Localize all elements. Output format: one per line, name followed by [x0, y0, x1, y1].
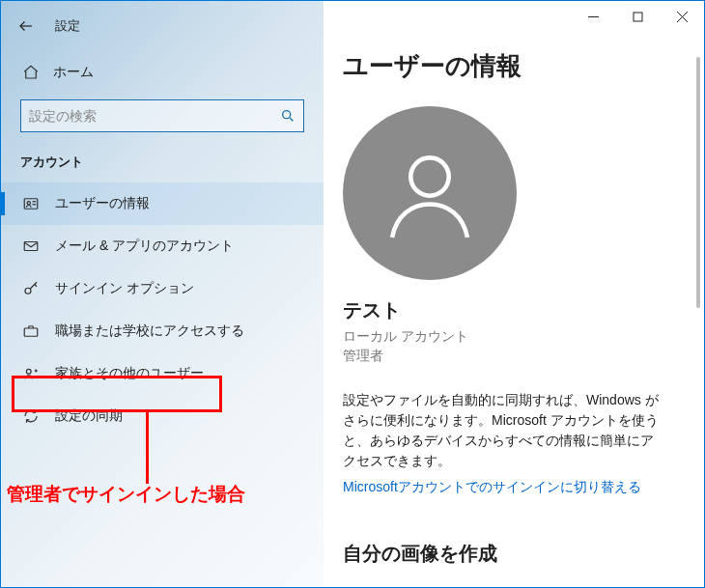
sidebar: 設定 ホーム アカウント [1, 1, 324, 587]
svg-point-12 [26, 369, 31, 374]
main-scroll: ユーザーの情報 テスト ローカル アカウント 管理者 設定やファイルを自動的に同… [324, 1, 694, 587]
topbar: 設定 [1, 7, 324, 45]
svg-line-10 [35, 285, 37, 287]
search-box[interactable] [20, 99, 304, 132]
svg-point-4 [27, 202, 30, 205]
description: 設定やファイルを自動的に同期すれば、Windows がさらに便利になります。Mi… [343, 390, 665, 471]
family-icon [22, 365, 40, 382]
search-icon [280, 108, 296, 124]
nav-label: ユーザーの情報 [55, 195, 150, 212]
home-button[interactable]: ホーム [1, 53, 324, 92]
svg-point-1 [283, 111, 291, 119]
account-role: 管理者 [343, 347, 665, 366]
avatar-wrap [343, 106, 665, 280]
nav-label: 設定の同期 [55, 407, 123, 425]
nav-item-signin-options[interactable]: サインイン オプション [1, 267, 324, 310]
page-title: ユーザーの情報 [343, 49, 665, 83]
nav-item-family-other-users[interactable]: 家族とその他のユーザー [1, 352, 324, 395]
account-type: ローカル アカウント [343, 327, 665, 347]
back-button[interactable] [16, 16, 36, 36]
search-input[interactable] [29, 108, 280, 124]
mail-icon [22, 238, 40, 255]
annotation-text: 管理者でサインインした場合 [7, 482, 245, 507]
window-title: 設定 [55, 17, 80, 35]
arrow-left-icon [17, 17, 35, 35]
nav-label: 家族とその他のユーザー [55, 365, 204, 382]
home-icon [22, 64, 40, 81]
svg-rect-11 [24, 328, 38, 336]
settings-window: 設定 ホーム アカウント [0, 0, 705, 588]
nav-item-sync-settings[interactable]: 設定の同期 [1, 395, 324, 437]
scrollbar-thumb[interactable] [696, 57, 700, 308]
nav-label: サインイン オプション [55, 280, 194, 297]
nav-item-email-accounts[interactable]: メール & アプリのアカウント [1, 225, 324, 267]
switch-to-ms-account-link[interactable]: Microsoftアカウントでのサインインに切り替える [343, 479, 665, 496]
svg-rect-7 [24, 242, 38, 251]
svg-point-8 [25, 288, 31, 294]
key-icon [22, 280, 40, 297]
user-card-icon [22, 195, 40, 212]
home-label: ホーム [53, 64, 94, 81]
person-icon [377, 140, 483, 246]
section-title: アカウント [1, 132, 324, 177]
sync-icon [22, 407, 40, 425]
svg-line-2 [290, 118, 293, 121]
nav: ユーザーの情報 メール & アプリのアカウント [1, 182, 324, 437]
nav-label: メール & アプリのアカウント [55, 238, 234, 255]
username: テスト [343, 297, 665, 323]
content-pane: ユーザーの情報 テスト ローカル アカウント 管理者 設定やファイルを自動的に同… [324, 1, 704, 587]
briefcase-icon [22, 322, 40, 340]
nav-label: 職場または学校にアクセスする [55, 322, 244, 340]
svg-point-19 [410, 157, 448, 195]
subheading-create-picture: 自分の画像を作成 [343, 541, 665, 567]
nav-item-user-info[interactable]: ユーザーの情報 [1, 182, 324, 225]
scrollbar[interactable] [696, 57, 702, 579]
search-wrap [1, 92, 324, 132]
avatar [343, 106, 517, 280]
nav-item-work-school[interactable]: 職場または学校にアクセスする [1, 310, 324, 352]
